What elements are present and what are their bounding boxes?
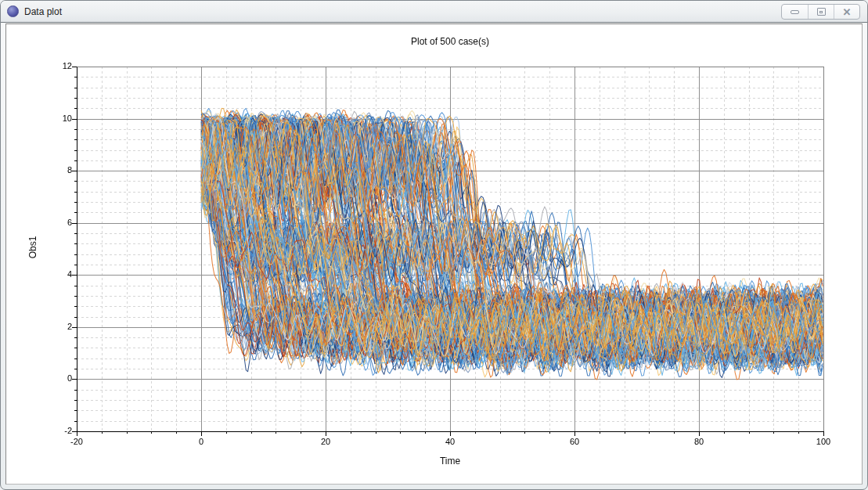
y-tick-label: 12: [47, 61, 72, 70]
screen: Data plot ✕ Plot of 500 case(s) Time Obs…: [0, 0, 868, 490]
x-tick-label: -20: [59, 437, 94, 446]
minimize-button[interactable]: [782, 5, 808, 19]
y-tick-label: 4: [47, 269, 72, 279]
y-tick-label: 6: [47, 218, 72, 227]
window-controls: ✕: [781, 4, 860, 20]
x-tick-label: 20: [308, 437, 343, 446]
y-tick-label: 8: [47, 165, 72, 175]
x-tick-label: 40: [433, 437, 467, 446]
maximize-button[interactable]: [808, 5, 834, 19]
plot-canvas: [6, 24, 863, 485]
data-plot-window: Data plot ✕ Plot of 500 case(s) Time Obs…: [0, 0, 868, 490]
x-tick-label: 60: [557, 437, 592, 446]
y-tick-label: 10: [47, 113, 72, 123]
plot-panel: Plot of 500 case(s) Time Obs1 -200204060…: [5, 23, 863, 485]
window-title: Data plot: [24, 6, 62, 17]
maximize-icon: [817, 8, 826, 16]
close-button[interactable]: ✕: [834, 5, 859, 19]
minimize-icon: [791, 10, 799, 14]
x-axis-label: Time: [77, 456, 823, 467]
y-tick-label: 2: [47, 322, 72, 331]
x-tick-label: 0: [184, 437, 218, 446]
chart-title: Plot of 500 case(s): [77, 36, 823, 47]
window-titlebar[interactable]: Data plot ✕: [1, 1, 867, 23]
y-axis-label: Obs1: [27, 232, 38, 263]
app-sphere-icon: [7, 5, 19, 17]
x-tick-label: 80: [682, 437, 716, 446]
x-tick-label: 100: [806, 437, 841, 446]
close-icon: ✕: [843, 7, 852, 17]
y-tick-label: -2: [47, 426, 72, 435]
y-tick-label: 0: [47, 373, 72, 383]
